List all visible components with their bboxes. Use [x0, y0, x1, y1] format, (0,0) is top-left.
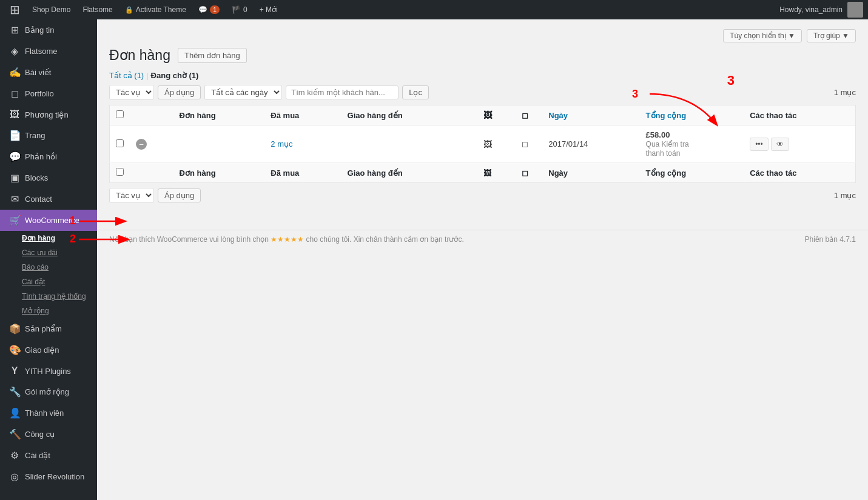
sidebar-item-bai-viet[interactable]: ✍ Bài viết [0, 62, 97, 83]
sidebar-item-contact[interactable]: ✉ Contact [0, 188, 97, 210]
portfolio-icon: ◻ [9, 88, 20, 99]
select-all-checkbox[interactable] [116, 110, 124, 118]
row-cb [110, 125, 130, 163]
footer-col-icon2: ◻ [507, 163, 542, 183]
feedback-item[interactable]: 🏴 0 [227, 0, 252, 19]
filter-pending-link[interactable]: Đang chờ (1) [151, 71, 199, 80]
filter-button[interactable]: Lọc [402, 85, 429, 99]
col-header-cb [110, 105, 130, 125]
footer-text-before: Nếu bạn thích WooCommerce vui lòng bình … [109, 235, 269, 244]
row-image-icon[interactable]: 🖼 [483, 139, 492, 149]
sidebar-item-flatsome[interactable]: ◈ Flatsome [0, 41, 97, 62]
yith-icon: Y [9, 365, 20, 376]
sidebar-item-thanh-vien[interactable]: 👤 Thành viên [0, 402, 97, 424]
filter-pending-label: Đang chờ [151, 71, 187, 80]
help-button[interactable]: Trợ giúp ▼ [807, 29, 856, 42]
settings-icon: ⚙ [9, 450, 20, 461]
submenu-tinh-trang[interactable]: Tình trạng hệ thống [0, 289, 97, 304]
submenu-mo-rong[interactable]: Mở rộng [0, 304, 97, 318]
footer-text-after: cho chúng tôi. Xin chân thành cảm ơn bạn… [306, 235, 464, 244]
woocommerce-icon: 🛒 [9, 215, 20, 226]
col-header-da-mua: Đã mua [264, 105, 341, 125]
sidebar-label-san-pham: Sản phẩm [25, 324, 62, 333]
comments-item[interactable]: 💬 1 [193, 0, 224, 19]
col-header-don-hang[interactable]: Đơn hàng [173, 105, 265, 125]
submenu-cai-dat[interactable]: Cài đặt [0, 275, 97, 289]
filter-pending-count: (1) [189, 71, 199, 80]
sidebar-item-goi-mo-rong[interactable]: 🔧 Gói mở rộng [0, 381, 97, 402]
search-customer-input[interactable] [286, 85, 399, 99]
square-header-icon: ◻ [522, 111, 528, 120]
new-item[interactable]: + Mới [255, 0, 283, 19]
action-select[interactable]: Tác vụ [109, 85, 154, 100]
shop-demo-item[interactable]: Shop Demo [27, 0, 75, 19]
footer-select-all[interactable] [116, 168, 124, 176]
sidebar-item-san-pham[interactable]: 📦 Sản phẩm [0, 318, 97, 339]
wp-footer: Nếu bạn thích WooCommerce vui lòng bình … [97, 230, 868, 248]
sidebar-item-phuong-tien[interactable]: 🖼 Phương tiện [0, 104, 97, 125]
table-footer-row: Đơn hàng Đã mua Giao hàng đến 🖼 ◻ Ngày T… [110, 163, 856, 183]
wp-logo-icon: ⊞ [10, 2, 20, 17]
shop-demo-label: Shop Demo [32, 5, 70, 14]
contact-icon: ✉ [9, 193, 20, 205]
sidebar-label-slider: Slider Revolution [25, 472, 84, 481]
sidebar-item-bang-tin[interactable]: ⊞ Bảng tin [0, 19, 97, 41]
screen-options-button[interactable]: Tùy chọn hiển thị ▼ [723, 29, 802, 42]
col-header-tong-cong[interactable]: Tổng cộng [640, 105, 744, 125]
footer-stars-link[interactable]: ★★★★★ [271, 235, 306, 244]
sidebar-item-phan-hoi[interactable]: 💬 Phản hồi [0, 146, 97, 167]
sidebar-item-yith[interactable]: Y YITH Plugins [0, 361, 97, 381]
sidebar-item-trang[interactable]: 📄 Trang [0, 125, 97, 146]
submenu-don-hang[interactable]: Đơn hàng [0, 231, 97, 245]
comments-menu-icon: 💬 [9, 151, 20, 162]
flatsome-item[interactable]: Flatsome [78, 0, 117, 19]
bottom-filters-row: Tác vụ Áp dụng 1 mục [109, 188, 856, 203]
main-content: Tùy chọn hiển thị ▼ Trợ giúp ▼ Đơn hàng … [97, 19, 868, 500]
submenu-cac-uu-dai[interactable]: Các ưu đãi [0, 245, 97, 260]
sidebar-item-slider-revolution[interactable]: ◎ Slider Revolution [0, 466, 97, 487]
row-ngay: 2017/01/14 [542, 125, 639, 163]
sidebar-item-blocks[interactable]: ▣ Blocks [0, 167, 97, 188]
submenu-bao-cao[interactable]: Báo cáo [0, 260, 97, 275]
col-header-ngay[interactable]: Ngày [542, 105, 639, 125]
wp-logo-item[interactable]: ⊞ [5, 0, 25, 19]
bottom-action-select[interactable]: Tác vụ [109, 188, 154, 203]
date-filter-select[interactable]: Tất cả các ngày [204, 85, 282, 100]
sidebar-item-portfolio[interactable]: ◻ Portfolio [0, 83, 97, 104]
row-icon1: 🖼 [468, 125, 507, 163]
footer-col-da-mua: Đã mua [264, 163, 341, 183]
sidebar-label-flatsome: Flatsome [25, 47, 57, 56]
sidebar-label-contact: Contact [25, 195, 52, 204]
orders-table: Đơn hàng Đã mua Giao hàng đến 🖼 ◻ Ngày [109, 105, 856, 183]
sidebar-label-cong-cu: Công cụ [25, 430, 55, 439]
sidebar-item-woocommerce[interactable]: 🛒 WooCommerce [0, 210, 97, 231]
view-order-button[interactable]: 👁 [771, 138, 789, 151]
filter-all-link[interactable]: Tất cả (1) [109, 71, 144, 80]
sidebar-item-cong-cu[interactable]: 🔨 Công cụ [0, 424, 97, 445]
more-actions-button[interactable]: ••• [750, 138, 769, 151]
sidebar-item-giao-dien[interactable]: 🎨 Giao diện [0, 339, 97, 361]
footer-col-don-hang: Đơn hàng [173, 163, 265, 183]
sidebar-label-yith: YITH Plugins [25, 367, 71, 376]
sidebar-item-cai-dat[interactable]: ⚙ Cài đặt [0, 445, 97, 466]
bottom-apply-button[interactable]: Áp dụng [158, 188, 201, 202]
sidebar: ⊞ Bảng tin ◈ Flatsome ✍ Bài viết ◻ Portf… [0, 19, 97, 500]
row-square-icon[interactable]: ◻ [522, 139, 528, 148]
status-icon: – [136, 139, 147, 150]
footer-col-tong-cong: Tổng cộng [640, 163, 744, 183]
row-checkbox[interactable] [116, 139, 124, 147]
footer-col-cb [110, 163, 130, 183]
dashboard-icon: ⊞ [9, 24, 20, 36]
table-row: – 2 mục 🖼 ◻ [110, 125, 856, 163]
apply-button[interactable]: Áp dụng [158, 85, 201, 99]
image-header-icon: 🖼 [483, 110, 492, 120]
items-link[interactable]: 2 mục [271, 139, 292, 148]
col-header-status [130, 105, 173, 125]
activate-theme-item[interactable]: 🔒 Activate Theme [120, 0, 191, 19]
footer-col-icon1: 🖼 [468, 163, 507, 183]
table-header-row: Đơn hàng Đã mua Giao hàng đến 🖼 ◻ Ngày [110, 105, 856, 125]
add-order-button[interactable]: Thêm đơn hàng [178, 48, 247, 63]
feedback-count: 0 [243, 5, 247, 14]
filter-all-label: Tất cả [109, 71, 132, 80]
users-icon: 👤 [9, 407, 20, 419]
